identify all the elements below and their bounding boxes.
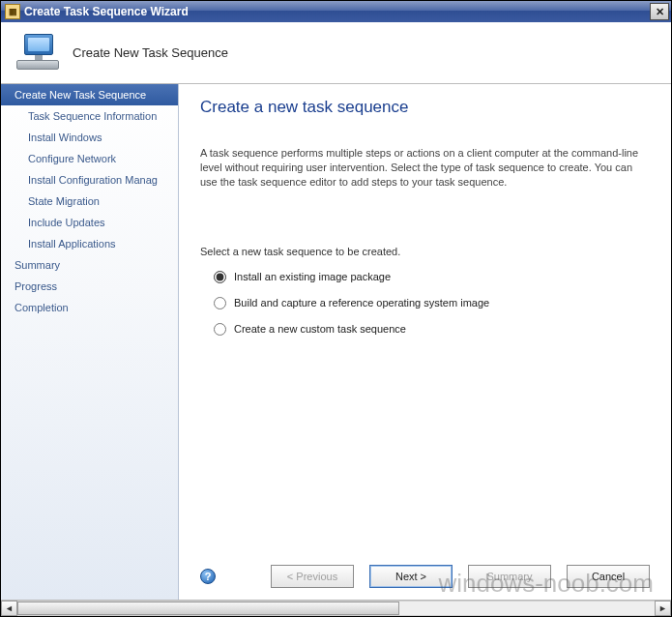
radio-input[interactable] [214,323,226,336]
app-icon: ▦ [5,4,20,19]
radio-option[interactable]: Build and capture a reference operating … [214,297,650,309]
page-heading: Create a new task sequence [200,98,650,117]
horizontal-scrollbar[interactable]: ◄ ► [1,600,671,616]
scroll-track[interactable] [17,601,655,616]
titlebar: ▦ Create Task Sequence Wizard ✕ [1,1,671,22]
sidebar-item[interactable]: Completion [1,297,178,318]
sidebar-item[interactable]: Configure Network [1,148,178,169]
sidebar-item[interactable]: State Migration [1,191,178,212]
radio-group: Install an existing image packageBuild a… [214,271,650,349]
wizard-window: ▦ Create Task Sequence Wizard ✕ Create N… [0,0,672,617]
header-title: Create New Task Sequence [73,45,228,60]
radio-label: Build and capture a reference operating … [234,297,489,308]
sidebar-item[interactable]: Summary [1,254,178,276]
sidebar-item[interactable]: Install Configuration Manag [1,169,178,191]
scroll-right-arrow-icon[interactable]: ► [655,601,671,616]
sidebar-item[interactable]: Include Updates [1,212,178,233]
sidebar-item[interactable]: Progress [1,276,178,297]
header: Create New Task Sequence [1,22,671,84]
next-button[interactable]: Next > [369,565,453,588]
scroll-left-arrow-icon[interactable]: ◄ [1,601,17,616]
cancel-button[interactable]: Cancel [567,565,650,588]
body: Create New Task SequenceTask Sequence In… [1,84,671,600]
footer: ? < Previous Next > Summary Cancel [200,559,650,590]
sidebar-item[interactable]: Task Sequence Information [1,105,178,127]
radio-option[interactable]: Create a new custom task sequence [214,323,650,336]
close-button[interactable]: ✕ [650,3,669,20]
radio-label: Install an existing image package [234,271,391,282]
window-title: Create Task Sequence Wizard [24,5,650,18]
sidebar: Create New Task SequenceTask Sequence In… [1,84,179,600]
radio-option[interactable]: Install an existing image package [214,271,650,283]
sidebar-item[interactable]: Create New Task Sequence [1,84,178,105]
page-description: A task sequence performs multiple steps … [200,146,650,190]
previous-button[interactable]: < Previous [271,565,354,588]
help-icon[interactable]: ? [200,569,216,584]
sidebar-item[interactable]: Install Applications [1,233,178,254]
radio-label: Create a new custom task sequence [234,323,406,335]
content-pane: Create a new task sequence A task sequen… [179,84,671,600]
summary-button[interactable]: Summary [468,565,551,588]
prompt-text: Select a new task sequence to be created… [200,246,650,257]
scroll-thumb[interactable] [17,602,399,615]
radio-input[interactable] [214,271,226,283]
sidebar-item[interactable]: Install Windows [1,127,178,148]
computer-icon [16,34,59,73]
radio-input[interactable] [214,297,226,309]
